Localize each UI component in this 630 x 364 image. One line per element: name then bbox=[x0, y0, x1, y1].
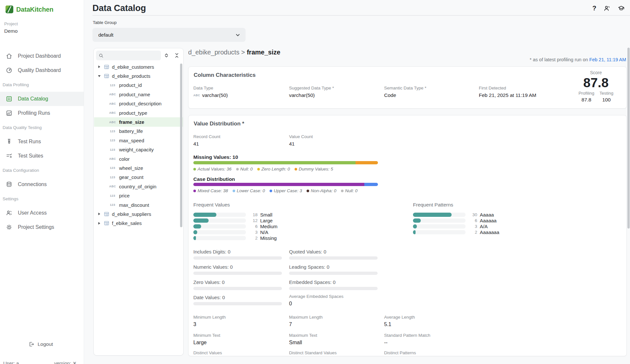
graduation-cap-icon[interactable] bbox=[618, 5, 625, 12]
table-icon bbox=[104, 220, 109, 226]
tree-scrollbar[interactable] bbox=[180, 64, 182, 227]
legend-dot bbox=[233, 190, 235, 192]
tree-item-table[interactable]: d_ebike_suppliers bbox=[94, 209, 183, 218]
sidebar-item-user-access[interactable]: User Access bbox=[0, 206, 84, 220]
number-type-icon: 123 bbox=[109, 166, 116, 170]
tree-item-table[interactable]: d_ebike_products bbox=[94, 71, 183, 80]
expand-all-button[interactable] bbox=[164, 53, 169, 58]
tree-search[interactable] bbox=[96, 51, 161, 60]
profiling-run-date-link[interactable]: Feb 21, 11:19 AM bbox=[589, 57, 626, 62]
value-distribution-card: Value Distribution * Record Count 41 Val… bbox=[188, 115, 627, 356]
legend-dot bbox=[193, 168, 196, 170]
table-icon bbox=[104, 73, 109, 79]
bar-track bbox=[413, 213, 466, 217]
footer-user: User: a bbox=[3, 360, 19, 364]
sidebar-item-test-runs[interactable]: Test Runs bbox=[0, 135, 84, 149]
table-group-value: default bbox=[98, 32, 235, 38]
breadcrumb-table[interactable]: d_ebike_products bbox=[188, 49, 239, 56]
metric-distinct-patterns: Distinct Patterns bbox=[384, 350, 416, 355]
sidebar-section-data-configuration: Data Configuration bbox=[0, 163, 84, 177]
datakitchen-logo-icon bbox=[5, 5, 14, 14]
case-distribution-legend: Mixed Case: 38 Lower Case: 0 Upper Case:… bbox=[193, 188, 357, 193]
bar-track bbox=[193, 224, 246, 229]
page-title: Data Catalog bbox=[92, 3, 146, 13]
number-type-icon: 123 bbox=[109, 203, 116, 206]
text-type-icon: ABC bbox=[109, 157, 116, 160]
stat-bar bbox=[289, 256, 378, 260]
stat-numeric-values: Numeric Values: 0 bbox=[193, 264, 233, 270]
help-icon[interactable]: ? bbox=[592, 5, 596, 12]
profiling-run-note: * as of latest profiling run on Feb 21, … bbox=[530, 57, 626, 62]
stat-bar bbox=[193, 302, 282, 305]
tree-item-column[interactable]: ABCproduct_name bbox=[94, 90, 183, 99]
tree-item-column[interactable]: 123gear_count bbox=[94, 173, 183, 182]
tree-item-column[interactable]: 123price bbox=[94, 191, 183, 200]
tree-item-column-selected[interactable]: ABCframe_size bbox=[94, 117, 183, 126]
tree-item-column[interactable]: ABCcolor bbox=[94, 154, 183, 163]
sidebar-item-quality-dashboard[interactable]: Quality Dashboard bbox=[0, 63, 84, 77]
chevron-right-icon[interactable] bbox=[97, 222, 101, 225]
sidebar-item-label: Project Settings bbox=[18, 224, 54, 230]
text-type-icon: ABC bbox=[109, 93, 116, 96]
stat-bar bbox=[193, 256, 282, 260]
missing-values-legend: Actual Values: 36 Null: 0 Zero Length: 0… bbox=[193, 167, 333, 171]
stat-date-values: Date Values: 0 bbox=[193, 295, 225, 300]
bar-fill bbox=[193, 213, 216, 217]
brand-logo[interactable]: DataKitchen bbox=[5, 5, 54, 14]
sidebar-item-label: Profiling Runs bbox=[18, 110, 50, 116]
sidebar-item-connections[interactable]: Connections bbox=[0, 177, 84, 192]
tree-item-column[interactable]: 123wheel_size bbox=[94, 163, 183, 172]
text-type-icon: ABC bbox=[109, 111, 116, 114]
metric-distinct-standard-values: Distinct Standard Values bbox=[289, 350, 337, 355]
tree-item-column[interactable]: ABCproduct_description bbox=[94, 99, 183, 108]
logout-button[interactable]: Logout bbox=[29, 338, 53, 351]
sidebar-section-data-profiling: Data Profiling bbox=[0, 77, 84, 92]
chevron-right-icon[interactable] bbox=[97, 65, 101, 68]
tree-item-label: price bbox=[119, 193, 130, 198]
table-group-select[interactable]: default bbox=[92, 28, 246, 42]
tree-item-label: d_ebike_suppliers bbox=[112, 211, 151, 217]
chevron-down-icon bbox=[235, 32, 240, 38]
sidebar-item-project-dashboard[interactable]: Project Dashboard bbox=[0, 49, 84, 63]
sidebar-item-project-settings[interactable]: Project Settings bbox=[0, 220, 84, 234]
tree-item-column[interactable]: 123max_speed bbox=[94, 136, 183, 145]
score-block: Score 87.8 Profiling 87.8 Testing 100 bbox=[573, 70, 619, 103]
search-icon bbox=[99, 53, 103, 58]
breadcrumb-separator: > bbox=[239, 49, 247, 56]
chevron-down-icon[interactable] bbox=[97, 75, 101, 77]
sidebar-item-label: Quality Dashboard bbox=[18, 67, 61, 73]
sidebar-item-data-catalog[interactable]: Data Catalog bbox=[0, 92, 84, 106]
app-root: DataKitchen Project Demo Project Dashboa… bbox=[0, 0, 630, 364]
tree-item-table[interactable]: d_ebike_customers bbox=[94, 62, 183, 71]
collapse-all-button[interactable] bbox=[174, 53, 180, 58]
search-input[interactable] bbox=[105, 53, 155, 58]
user-access-icon bbox=[6, 210, 12, 216]
chevron-right-icon[interactable] bbox=[97, 213, 101, 215]
sidebar-item-profiling-runs[interactable]: Profiling Runs bbox=[0, 106, 84, 120]
tree-item-column[interactable]: 123max_discount bbox=[94, 200, 183, 209]
tree-item-column[interactable]: 123product_id bbox=[94, 81, 183, 90]
breadcrumb-column: frame_size bbox=[247, 49, 280, 56]
text-type-icon: ABC bbox=[109, 102, 116, 105]
tree-item-label: color bbox=[119, 156, 130, 162]
frequent-patterns-title: Frequent Patterns bbox=[413, 202, 453, 208]
tree-item-column[interactable]: ABCcountry_of_origin bbox=[94, 182, 183, 191]
sidebar-item-label: Test Suites bbox=[18, 153, 43, 159]
sidebar-item-test-suites[interactable]: Test Suites bbox=[0, 149, 84, 163]
number-type-icon: 123 bbox=[109, 148, 116, 151]
stat-bar bbox=[193, 272, 282, 275]
number-type-icon: 123 bbox=[109, 176, 116, 179]
tree-item-column[interactable]: 123battery_life bbox=[94, 127, 183, 136]
text-type-icon: ABC bbox=[109, 185, 116, 188]
legend-dot bbox=[193, 190, 196, 192]
stat-includes-digits: Includes Digits: 0 bbox=[193, 249, 230, 254]
footer-version[interactable]: version: ✕ bbox=[54, 360, 77, 364]
tree-item-table[interactable]: f_ebike_sales bbox=[94, 219, 183, 228]
tree-item-column[interactable]: ABCproduct_type bbox=[94, 108, 183, 117]
bar-track bbox=[413, 230, 466, 234]
bar-track bbox=[193, 230, 246, 234]
user-icon[interactable] bbox=[603, 5, 611, 12]
tree-item-column[interactable]: 123weight_capacity bbox=[94, 145, 183, 154]
main-scrollbar[interactable] bbox=[627, 48, 630, 229]
sidebar-section-settings: Settings bbox=[0, 192, 84, 206]
